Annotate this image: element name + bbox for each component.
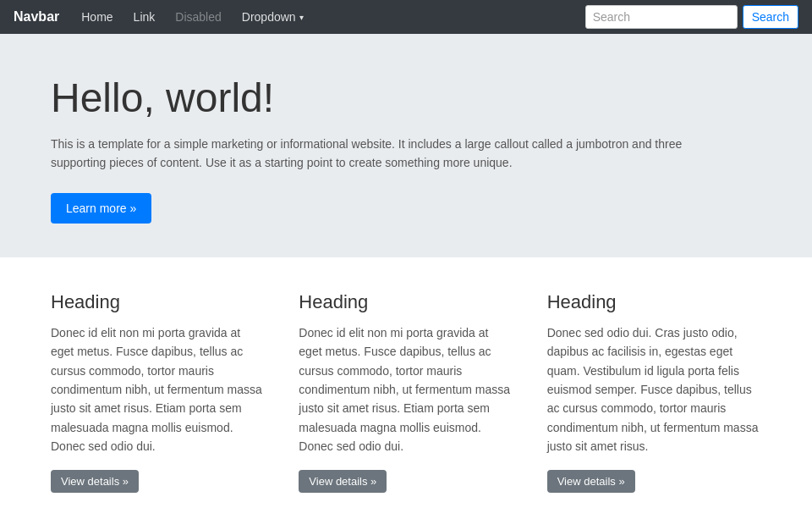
content-heading-3: Heading bbox=[547, 291, 761, 313]
navbar: Navbar Home Link Disabled Dropdown ▾ Sea… bbox=[0, 0, 812, 34]
content-body-3: Donec sed odio dui. Cras justo odio, dap… bbox=[547, 323, 761, 456]
jumbotron-description: This is a template for a simple marketin… bbox=[51, 135, 694, 173]
view-details-button-1[interactable]: View details » bbox=[51, 470, 139, 493]
view-details-button-2[interactable]: View details » bbox=[299, 470, 387, 493]
learn-more-button[interactable]: Learn more » bbox=[51, 193, 151, 224]
content-row: Heading Donec id elit non mi porta gravi… bbox=[51, 291, 761, 493]
content-body-1: Donec id elit non mi porta gravida at eg… bbox=[51, 323, 265, 456]
search-input[interactable] bbox=[585, 5, 738, 29]
nav-link-link[interactable]: Link bbox=[125, 3, 164, 30]
jumbotron: Hello, world! This is a template for a s… bbox=[0, 34, 812, 257]
content-section: Heading Donec id elit non mi porta gravi… bbox=[0, 257, 812, 508]
caret-icon: ▾ bbox=[299, 13, 304, 22]
content-col-2: Heading Donec id elit non mi porta gravi… bbox=[299, 291, 513, 493]
content-col-1: Heading Donec id elit non mi porta gravi… bbox=[51, 291, 265, 493]
dropdown-toggle[interactable]: Dropdown ▾ bbox=[233, 3, 312, 30]
content-heading-1: Heading bbox=[51, 291, 265, 313]
navbar-brand[interactable]: Navbar bbox=[14, 9, 59, 25]
jumbotron-heading: Hello, world! bbox=[51, 75, 761, 121]
nav-link-home[interactable]: Home bbox=[73, 3, 121, 30]
nav-link-disabled: Disabled bbox=[167, 3, 229, 30]
content-col-3: Heading Donec sed odio dui. Cras justo o… bbox=[547, 291, 761, 493]
search-button[interactable]: Search bbox=[743, 5, 798, 29]
content-heading-2: Heading bbox=[299, 291, 513, 313]
content-body-2: Donec id elit non mi porta gravida at eg… bbox=[299, 323, 513, 456]
dropdown-label: Dropdown bbox=[242, 10, 296, 24]
navbar-nav: Home Link Disabled Dropdown ▾ bbox=[73, 3, 584, 30]
navbar-search: Search bbox=[585, 5, 798, 29]
view-details-button-3[interactable]: View details » bbox=[547, 470, 635, 493]
